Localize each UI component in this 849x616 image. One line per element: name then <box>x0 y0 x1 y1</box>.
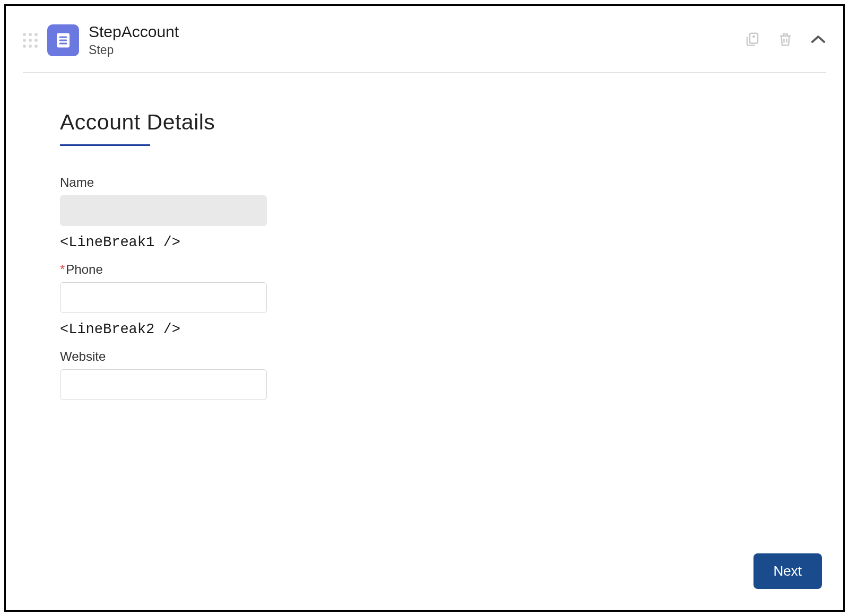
linebreak1-tag: <LineBreak1 /> <box>60 235 826 250</box>
website-field-group: Website <box>60 349 826 400</box>
website-input[interactable] <box>60 369 267 400</box>
step-title: StepAccount <box>89 23 179 41</box>
website-label: Website <box>60 349 826 364</box>
svg-rect-4 <box>750 33 758 43</box>
name-label: Name <box>60 175 826 190</box>
header-actions <box>744 31 826 49</box>
footer: Next <box>753 553 822 589</box>
phone-label: *Phone <box>60 262 826 277</box>
title-block: StepAccount Step <box>89 23 179 57</box>
step-subtitle: Step <box>89 43 179 57</box>
next-button[interactable]: Next <box>753 553 822 589</box>
svg-rect-2 <box>59 39 67 41</box>
step-document-icon <box>47 24 79 56</box>
header-left: StepAccount Step <box>23 23 179 57</box>
name-input[interactable] <box>60 195 267 226</box>
phone-input[interactable] <box>60 282 267 313</box>
step-header: StepAccount Step <box>23 23 826 73</box>
section-heading: Account Details <box>60 110 826 144</box>
svg-rect-1 <box>59 36 67 38</box>
phone-label-text: Phone <box>66 262 102 276</box>
required-asterisk-icon: * <box>60 262 65 276</box>
heading-underline <box>60 144 150 146</box>
chevron-up-icon[interactable] <box>810 34 826 47</box>
form-content: Account Details Name <LineBreak1 /> *Pho… <box>23 73 826 400</box>
drag-handle-icon[interactable] <box>23 33 38 48</box>
svg-rect-3 <box>59 42 67 44</box>
name-field-group: Name <box>60 175 826 226</box>
copy-icon[interactable] <box>744 31 760 49</box>
linebreak2-tag: <LineBreak2 /> <box>60 322 826 337</box>
phone-field-group: *Phone <box>60 262 826 313</box>
step-panel: StepAccount Step <box>4 4 845 612</box>
trash-icon[interactable] <box>777 31 793 49</box>
